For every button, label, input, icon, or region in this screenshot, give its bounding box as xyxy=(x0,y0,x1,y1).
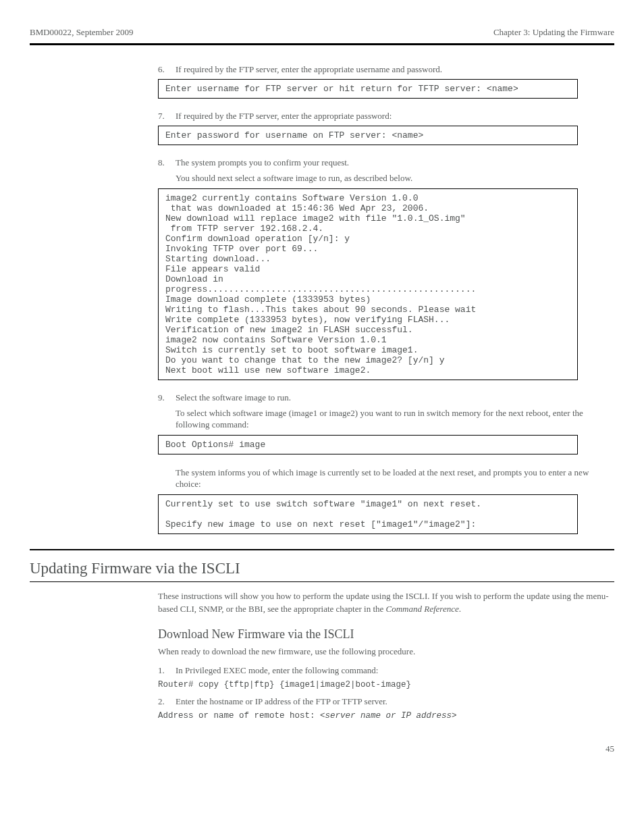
download-step-2: 2. Enter the hostname or IP address of t… xyxy=(158,696,614,707)
section-body: These instructions will show you how to … xyxy=(158,590,614,677)
step-text: If required by the FTP server, enter the… xyxy=(176,111,614,122)
subsection-title: Download New Firmware via the ISCLI xyxy=(158,627,614,642)
step-7: 7. If required by the FTP server, enter … xyxy=(158,111,614,122)
step-text: Enter the hostname or IP address of the … xyxy=(176,696,614,707)
main-content: 6. If required by the FTP server, enter … xyxy=(158,64,614,534)
section-rule-top xyxy=(30,549,614,550)
section-body-2: 2. Enter the hostname or IP address of t… xyxy=(158,696,614,707)
code-boot-options: Boot Options# image xyxy=(158,435,578,454)
command-reference-ref: Command Reference xyxy=(386,604,459,614)
step-number: 9. xyxy=(158,392,176,403)
step-number: 2. xyxy=(158,696,176,707)
doc-id-date: BMD00022, September 2009 xyxy=(30,27,133,38)
section-rule-bottom xyxy=(30,581,614,582)
page-footer: 45 xyxy=(30,739,614,754)
step-8-note: You should next select a software image … xyxy=(176,172,614,184)
header-rule xyxy=(30,43,614,45)
step-number: 8. xyxy=(158,157,176,168)
step-text: Select the software image to run. xyxy=(176,392,614,403)
step-number: 7. xyxy=(158,111,176,122)
step-9-note2: The system informs you of which image is… xyxy=(176,467,614,490)
step-number: 6. xyxy=(158,64,176,75)
step-text: The system prompts you to confirm your r… xyxy=(176,157,614,168)
step-9-desc: To select which software image (image1 o… xyxy=(176,407,614,431)
section-title: Updating Firmware via the ISCLI xyxy=(30,560,614,577)
step-6: 6. If required by the FTP server, enter … xyxy=(158,64,614,75)
download-intro: When ready to download the new firmware,… xyxy=(158,646,614,658)
cmd-address: Address or name of remote host: <server … xyxy=(158,711,614,721)
step-number: 1. xyxy=(158,665,176,676)
download-step-1: 1. In Privileged EXEC mode, enter the fo… xyxy=(158,665,614,676)
code-ftp-username: Enter username for FTP server or hit ret… xyxy=(158,79,578,99)
code-specify-image: Currently set to use switch software "im… xyxy=(158,494,578,534)
code-download-progress: image2 currently contains Software Versi… xyxy=(158,188,578,380)
cmd-copy: Router# copy {tftp|ftp} {image1|image2|b… xyxy=(158,680,614,689)
step-text: In Privileged EXEC mode, enter the follo… xyxy=(176,665,614,676)
section-intro: These instructions will show you how to … xyxy=(158,590,614,616)
step-text: If required by the FTP server, enter the… xyxy=(176,64,614,75)
step-9: 9. Select the software image to run. xyxy=(158,392,614,403)
step-8: 8. The system prompts you to confirm you… xyxy=(158,157,614,168)
page-number: 45 xyxy=(606,744,614,754)
page-header: BMD00022, September 2009 Chapter 3: Upda… xyxy=(30,27,614,38)
chapter-title: Chapter 3: Updating the Firmware xyxy=(493,27,614,38)
code-ftp-password: Enter password for username on FTP serve… xyxy=(158,126,578,145)
